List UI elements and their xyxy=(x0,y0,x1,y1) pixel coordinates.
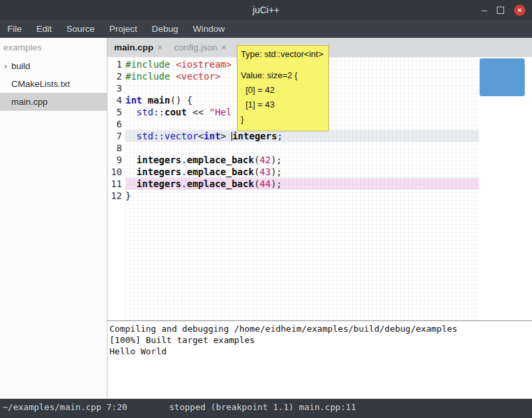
close-icon[interactable]: ✕ xyxy=(514,5,525,16)
tree-item-label: build xyxy=(11,61,31,71)
line-number[interactable]: 11 xyxy=(107,178,125,190)
line-number[interactable]: 7 xyxy=(107,130,125,142)
line-number[interactable]: 3 xyxy=(107,82,125,94)
title-bar[interactable]: juCi++ – ✕ xyxy=(0,0,532,20)
code-line-7[interactable]: std::vector<int> integers; xyxy=(125,130,479,142)
menu-item-window[interactable]: Window xyxy=(186,20,232,38)
code-token: ); xyxy=(271,167,282,177)
menu-item-project[interactable]: Project xyxy=(102,20,145,38)
scrollbar-thumb[interactable] xyxy=(480,58,525,96)
line-number-gutter[interactable]: 123456789101112 xyxy=(107,57,125,320)
chevron-right-icon[interactable]: › xyxy=(0,61,11,71)
line-number[interactable]: 4 xyxy=(107,94,125,106)
tree-item-cmakelists-txt[interactable]: CMakeLists.txt xyxy=(0,75,107,93)
code-token: 43 xyxy=(259,167,271,177)
terminal-line: Compiling and debugging /home/eidheim/ex… xyxy=(109,323,532,334)
line-number[interactable]: 2 xyxy=(107,70,125,82)
code-token xyxy=(125,167,137,177)
juci-window: juCi++ – ✕ FileEditSourceProjectDebugWin… xyxy=(0,0,532,418)
code-token: ; xyxy=(277,131,283,141)
code-token: integers xyxy=(137,167,181,177)
tab-label: main.cpp xyxy=(114,42,153,52)
code-token: } xyxy=(125,190,131,201)
line-number[interactable]: 10 xyxy=(107,166,125,178)
tree-item-label: main.cpp xyxy=(11,97,48,107)
code-token: < xyxy=(198,131,204,141)
code-line-10[interactable]: integers.emplace_back(43); xyxy=(125,166,479,178)
editor-right-margin xyxy=(479,57,532,320)
status-file-position: ~/examples/main.cpp 7:20 xyxy=(3,399,127,416)
tree-item-label: CMakeLists.txt xyxy=(11,79,70,89)
code-token: emplace_back xyxy=(187,178,254,189)
code-line-9[interactable]: integers.emplace_back(42); xyxy=(125,154,479,166)
code-token: ); xyxy=(271,178,282,189)
code-token: integers xyxy=(137,155,181,165)
tree-item-main-cpp[interactable]: main.cpp xyxy=(0,93,107,111)
window-controls: – ✕ xyxy=(482,0,525,20)
minimize-icon[interactable]: – xyxy=(482,0,487,20)
code-token: integers xyxy=(137,178,181,189)
line-number[interactable]: 12 xyxy=(107,190,125,202)
line-number[interactable]: 8 xyxy=(107,142,125,154)
code-line-12[interactable]: } xyxy=(125,190,479,202)
code-line-8[interactable] xyxy=(125,142,479,154)
tooltip-value-line: [1] = 43 xyxy=(241,98,323,112)
code-token: () { xyxy=(170,95,192,105)
status-bar: ~/examples/main.cpp 7:20 stopped (breakp… xyxy=(0,399,532,418)
code-token: int xyxy=(204,131,220,141)
code-token: main xyxy=(148,95,170,105)
code-token: emplace_back xyxy=(187,167,254,177)
tooltip-value-line: [0] = 42 xyxy=(241,83,323,98)
maximize-icon[interactable] xyxy=(497,7,504,14)
code-token: 42 xyxy=(259,155,271,165)
code-token: cout xyxy=(165,107,187,117)
code-token: ); xyxy=(271,155,282,165)
line-number[interactable]: 9 xyxy=(107,154,125,166)
tab-config-json[interactable]: config.json× xyxy=(174,42,226,52)
code-token: :: xyxy=(153,107,165,117)
terminal-output[interactable]: Compiling and debugging /home/eidheim/ex… xyxy=(107,321,532,399)
menu-item-source[interactable]: Source xyxy=(59,20,102,38)
line-number[interactable]: 1 xyxy=(107,58,125,70)
code-token: #include xyxy=(125,71,170,82)
line-number[interactable]: 6 xyxy=(107,118,125,130)
code-token: emplace_back xyxy=(187,155,254,165)
code-token: << xyxy=(187,107,210,117)
menu-item-debug[interactable]: Debug xyxy=(145,20,186,38)
tree-item-build[interactable]: ›build xyxy=(0,57,107,75)
code-token: . xyxy=(181,167,186,177)
file-tree: ›buildCMakeLists.txtmain.cpp xyxy=(0,57,107,111)
file-tree-panel: examples ›buildCMakeLists.txtmain.cpp xyxy=(0,38,107,399)
code-token: #include xyxy=(125,59,170,70)
code-token: > xyxy=(220,131,232,141)
project-name: examples xyxy=(0,38,107,57)
tab-label: config.json xyxy=(174,42,218,52)
code-token xyxy=(170,59,175,70)
code-token: <iostream> xyxy=(176,59,232,70)
code-token xyxy=(125,107,137,117)
menu-item-edit[interactable]: Edit xyxy=(29,20,59,38)
tab-close-icon[interactable]: × xyxy=(157,42,163,52)
code-token: :: xyxy=(153,131,165,141)
code-token: int xyxy=(125,95,142,105)
menu-item-file[interactable]: File xyxy=(0,20,29,38)
tab-close-icon[interactable]: × xyxy=(221,42,226,52)
code-token xyxy=(125,178,137,189)
code-token xyxy=(125,155,137,165)
code-line-11[interactable]: integers.emplace_back(44); xyxy=(125,178,479,190)
debug-value-tooltip: Type: std::vector<int> Value: size=2 { [… xyxy=(237,45,329,131)
code-token: std xyxy=(137,131,153,141)
line-number[interactable]: 5 xyxy=(107,106,125,118)
menu-bar: FileEditSourceProjectDebugWindow xyxy=(0,20,532,38)
code-token: <vector> xyxy=(176,71,220,82)
tooltip-type-line: Type: std::vector<int> xyxy=(241,48,323,60)
window-title: juCi++ xyxy=(0,5,532,15)
code-token xyxy=(142,95,147,105)
tab-main-cpp[interactable]: main.cpp× xyxy=(114,42,163,52)
tooltip-value-line: Value: size=2 { xyxy=(241,68,323,83)
code-token xyxy=(170,71,175,82)
code-token: . xyxy=(181,178,186,189)
code-token: integers xyxy=(232,131,277,141)
tooltip-value-block: Value: size=2 { [0] = 42 [1] = 43} xyxy=(241,68,323,127)
code-token: "Hel xyxy=(209,107,232,117)
